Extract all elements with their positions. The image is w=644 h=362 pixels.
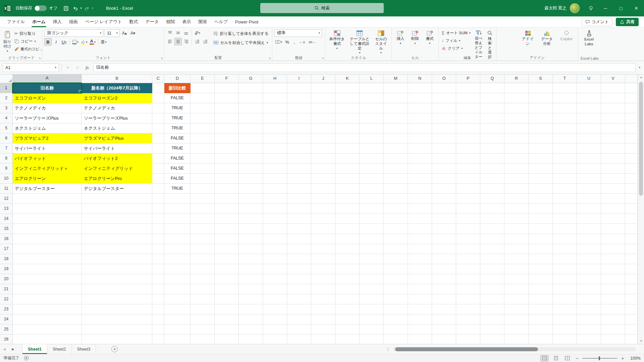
wrap-text-button[interactable]: 折り返して全体を表示する (212, 30, 270, 37)
cell-H11[interactable] (263, 184, 287, 194)
cell-T4[interactable] (553, 113, 577, 123)
cell-J6[interactable] (311, 133, 335, 143)
cell-F11[interactable] (215, 184, 239, 194)
cell-S14[interactable] (529, 214, 553, 224)
cell-C7[interactable] (152, 143, 164, 154)
cell-F18[interactable] (215, 254, 239, 264)
cell-Q15[interactable] (480, 224, 504, 234)
cell-A1[interactable]: 旧名称 (13, 83, 82, 93)
cell-Q11[interactable] (480, 184, 504, 194)
cell-H12[interactable] (263, 194, 287, 204)
cell-Q21[interactable] (480, 284, 504, 294)
cell-Q8[interactable] (480, 154, 504, 164)
cell-C18[interactable] (152, 254, 164, 264)
cell-N11[interactable] (408, 184, 432, 194)
cell-Q5[interactable] (480, 123, 504, 133)
cell-R7[interactable] (504, 143, 529, 154)
cell-I1[interactable] (287, 83, 311, 93)
row-header-6[interactable]: 6 (0, 133, 13, 143)
cell-L19[interactable] (360, 264, 384, 274)
fill-button[interactable]: ↓ フィル ▾ (441, 37, 472, 44)
cell-T8[interactable] (553, 154, 577, 164)
horizontal-scrollbar[interactable] (393, 347, 636, 351)
cell-E19[interactable] (191, 264, 215, 274)
minimize-button[interactable]: ─ (598, 0, 613, 16)
cell-R16[interactable] (504, 234, 529, 244)
cell-N24[interactable] (408, 314, 432, 324)
cell-Q19[interactable] (480, 264, 504, 274)
bold-button[interactable]: B (44, 38, 52, 46)
cell-J17[interactable] (311, 244, 335, 254)
conditional-formatting-button[interactable]: 条件付き書式 ▾ (327, 29, 347, 51)
cell-D10[interactable]: FALSE (164, 174, 191, 184)
cell-C9[interactable] (152, 164, 164, 174)
cell-S13[interactable] (529, 204, 553, 214)
cell-D19[interactable] (164, 264, 191, 274)
cell-S17[interactable] (529, 244, 553, 254)
cell-C15[interactable] (152, 224, 164, 234)
row-header-17[interactable]: 17 (0, 244, 13, 254)
row-header-23[interactable]: 23 (0, 304, 13, 314)
cell-P9[interactable] (456, 164, 480, 174)
cell-R6[interactable] (504, 133, 529, 143)
cell-A20[interactable] (13, 274, 82, 284)
cell-V2[interactable] (601, 93, 625, 103)
cell-K26[interactable] (335, 335, 360, 344)
align-top-button[interactable] (166, 29, 174, 37)
cell-K6[interactable] (335, 133, 360, 143)
cell-I14[interactable] (287, 214, 311, 224)
cell-I7[interactable] (287, 143, 311, 154)
cell-M16[interactable] (384, 234, 408, 244)
cell-S22[interactable] (529, 294, 553, 304)
orientation-button[interactable]: ab ▾ (194, 29, 201, 37)
cell-R9[interactable] (504, 164, 529, 174)
cell-I9[interactable] (287, 164, 311, 174)
cell-I3[interactable] (287, 103, 311, 113)
row-header-9[interactable]: 9 (0, 164, 13, 174)
cell-T5[interactable] (553, 123, 577, 133)
column-header-Q[interactable]: Q (480, 74, 504, 83)
cell-D16[interactable] (164, 234, 191, 244)
cell-L12[interactable] (360, 194, 384, 204)
cell-F10[interactable] (215, 174, 239, 184)
cell-S23[interactable] (529, 304, 553, 314)
cell-R21[interactable] (504, 284, 529, 294)
cell-B24[interactable] (82, 314, 152, 324)
cell-Q25[interactable] (480, 324, 504, 335)
cell-P6[interactable] (456, 133, 480, 143)
cell-D11[interactable]: TRUE (164, 184, 191, 194)
cell-U14[interactable] (577, 214, 601, 224)
font-dialog-launcher[interactable]: ↘ (160, 57, 163, 60)
cell-U2[interactable] (577, 93, 601, 103)
cell-E13[interactable] (191, 204, 215, 214)
font-name-select[interactable]: 游ゴシック ▾ (44, 29, 103, 37)
cell-H16[interactable] (263, 234, 287, 244)
column-header-F[interactable]: F (215, 74, 239, 83)
cell-S20[interactable] (529, 274, 553, 284)
currency-button[interactable]: ▾ (274, 38, 283, 46)
cell-G9[interactable] (239, 164, 263, 174)
tab-描画[interactable]: 描画 (65, 16, 82, 27)
cell-E24[interactable] (191, 314, 215, 324)
cell-G1[interactable] (239, 83, 263, 93)
cell-J25[interactable] (311, 324, 335, 335)
cell-S4[interactable] (529, 113, 553, 123)
cell-E25[interactable] (191, 324, 215, 335)
cell-B14[interactable] (82, 214, 152, 224)
cell-I2[interactable] (287, 93, 311, 103)
cell-D24[interactable] (164, 314, 191, 324)
cell-I18[interactable] (287, 254, 311, 264)
cell-G19[interactable] (239, 264, 263, 274)
cell-Q22[interactable] (480, 294, 504, 304)
cell-D2[interactable]: FALSE (164, 93, 191, 103)
cell-H22[interactable] (263, 294, 287, 304)
cell-B21[interactable] (82, 284, 152, 294)
cell-T1[interactable] (553, 83, 577, 93)
qat-customize-icon[interactable]: ▾ (92, 7, 93, 10)
cell-I13[interactable] (287, 204, 311, 214)
column-header-H[interactable]: H (263, 74, 287, 83)
cell-A4[interactable]: ソーラーブリーズPlus (13, 113, 82, 123)
cell-L4[interactable] (360, 113, 384, 123)
cell-S15[interactable] (529, 224, 553, 234)
cell-N4[interactable] (408, 113, 432, 123)
